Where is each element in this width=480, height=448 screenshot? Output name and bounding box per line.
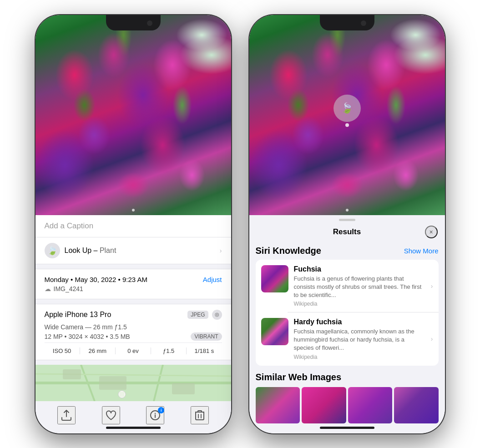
- home-indicator: [106, 427, 161, 429]
- phone-2: 🍃 Results × Siri Knowledge Show Mo: [249, 15, 445, 433]
- photo-page-dot: [132, 209, 135, 211]
- photo-specs-row: 12 MP • 3024 × 4032 • 3.5 MB VIBRANT: [45, 332, 222, 341]
- svg-rect-5: [99, 376, 126, 390]
- caption-area[interactable]: Add a Caption: [35, 215, 231, 237]
- similar-image-2[interactable]: [302, 387, 346, 423]
- results-header: Results ×: [249, 221, 445, 242]
- phone-1: Add a Caption 🍃 Look Up – Plant › Monday…: [35, 15, 231, 433]
- info-button[interactable]: i: [146, 406, 164, 424]
- hardy-fuchsia-thumbnail: [261, 318, 288, 345]
- device-name: Apple iPhone 13 Pro: [45, 311, 111, 319]
- similar-web-images-section: Similar Web Images: [256, 372, 439, 423]
- svg-rect-9: [119, 392, 125, 397]
- fuchsia-thumbnail: [261, 265, 288, 292]
- fuchsia-name: Fuchsia: [294, 265, 425, 273]
- photo-details-panel: Add a Caption 🍃 Look Up – Plant › Monday…: [35, 215, 231, 433]
- similar-image-1[interactable]: [256, 387, 300, 423]
- similar-images-title: Similar Web Images: [256, 372, 439, 383]
- exif-shutter: 1/181 s: [187, 347, 222, 354]
- hardy-fuchsia-description: Fuchsia magellanica, commonly known as t…: [294, 327, 425, 352]
- photo-specs: 12 MP • 3024 × 4032 • 3.5 MB: [45, 333, 130, 340]
- svg-point-12: [155, 413, 156, 413]
- visual-lookup-leaf-icon: 🍃: [341, 102, 353, 114]
- fuchsia-source: Wikipedia: [294, 301, 425, 307]
- svg-rect-13: [196, 412, 204, 420]
- cloud-icon: ☁: [45, 285, 51, 292]
- location-icon: ◎: [212, 310, 222, 320]
- phone-2-screen: 🍃 Results × Siri Knowledge Show Mo: [249, 15, 445, 433]
- format-badges: JPEG ◎: [187, 310, 222, 320]
- photo-filename: IMG_4241: [54, 285, 83, 292]
- leaf-icon: 🍃: [47, 246, 57, 256]
- fuchsia-description: Fuchsia is a genus of flowering plants t…: [294, 275, 425, 300]
- hardy-fuchsia-chevron-icon: ›: [431, 335, 433, 342]
- fuchsia-chevron-icon: ›: [431, 282, 433, 290]
- caption-placeholder[interactable]: Add a Caption: [45, 221, 94, 230]
- flower-overlay: [35, 15, 231, 215]
- vibrant-badge: VIBRANT: [191, 332, 222, 341]
- similar-images-grid: [256, 387, 439, 423]
- photo2-page-dot: [346, 209, 349, 211]
- device-section: Apple iPhone 13 Pro JPEG ◎ Wide Camera —…: [35, 304, 231, 360]
- similar-image-4[interactable]: [394, 387, 439, 423]
- knowledge-item-fuchsia[interactable]: Fuchsia Fuchsia is a genus of flowering …: [256, 260, 439, 313]
- delete-button[interactable]: [191, 406, 209, 424]
- adjust-button[interactable]: Adjust: [203, 276, 222, 283]
- siri-visual-look-up-icon: 🍃: [45, 243, 60, 258]
- exif-iso: ISO 50: [45, 347, 80, 354]
- hardy-fuchsia-source: Wikipedia: [294, 354, 425, 360]
- exif-focal: 26 mm: [80, 347, 116, 354]
- date-row: Monday • May 30, 2022 • 9:23 AM Adjust: [45, 276, 222, 283]
- lookup-row[interactable]: 🍃 Look Up – Plant ›: [35, 237, 231, 264]
- info-badge: i: [158, 407, 164, 413]
- hardy-fuchsia-text: Hardy fuchsia Fuchsia magellanica, commo…: [294, 318, 425, 360]
- exif-ev: 0 ev: [116, 347, 151, 354]
- knowledge-card: Fuchsia Fuchsia is a genus of flowering …: [256, 260, 439, 366]
- share-button[interactable]: [57, 406, 76, 424]
- flower-photo-1: [35, 15, 231, 215]
- lookup-label: Look Up – Plant: [65, 247, 116, 255]
- filename-row: ☁ IMG_4241: [45, 285, 222, 292]
- show-more-button[interactable]: Show More: [404, 247, 439, 255]
- home-indicator-2: [320, 427, 374, 429]
- photo-metadata-section: Monday • May 30, 2022 • 9:23 AM Adjust ☁…: [35, 269, 231, 299]
- results-sheet: Results × Siri Knowledge Show More: [249, 215, 445, 433]
- hardy-fuchsia-name: Hardy fuchsia: [294, 318, 425, 326]
- hardy-thumb-image: [261, 318, 288, 345]
- visual-lookup-dot: [345, 123, 349, 127]
- fuchsia-thumb-image: [261, 265, 288, 292]
- knowledge-item-hardy-fuchsia[interactable]: Hardy fuchsia Fuchsia magellanica, commo…: [256, 312, 439, 366]
- format-badge: JPEG: [187, 311, 208, 319]
- bottom-toolbar: i: [35, 406, 231, 424]
- siri-knowledge-title: Siri Knowledge: [256, 246, 321, 256]
- results-content: Siri Knowledge Show More Fuchsia Fuchsia…: [249, 242, 445, 423]
- map-preview[interactable]: [35, 365, 231, 401]
- photo-date: Monday • May 30, 2022 • 9:23 AM: [45, 276, 147, 283]
- exif-row: ISO 50 26 mm 0 ev ƒ1.5 1/181 s: [45, 342, 222, 354]
- device-row: Apple iPhone 13 Pro JPEG ◎: [45, 310, 222, 320]
- favorite-button[interactable]: [102, 406, 120, 424]
- similar-image-3[interactable]: [348, 387, 393, 423]
- camera-detail: Wide Camera — 26 mm ƒ1.5: [45, 323, 222, 331]
- close-button[interactable]: ×: [425, 226, 438, 238]
- flower-photo-2: 🍃: [249, 15, 445, 215]
- results-title: Results: [269, 227, 425, 237]
- chevron-right-icon: ›: [220, 247, 222, 254]
- phone-1-screen: Add a Caption 🍃 Look Up – Plant › Monday…: [35, 15, 231, 433]
- exif-aperture: ƒ1.5: [151, 347, 187, 354]
- fuchsia-text: Fuchsia Fuchsia is a genus of flowering …: [294, 265, 425, 307]
- siri-knowledge-header: Siri Knowledge Show More: [256, 246, 439, 256]
- svg-rect-6: [63, 369, 81, 379]
- svg-rect-7: [172, 383, 195, 394]
- visual-lookup-button[interactable]: 🍃: [333, 95, 361, 122]
